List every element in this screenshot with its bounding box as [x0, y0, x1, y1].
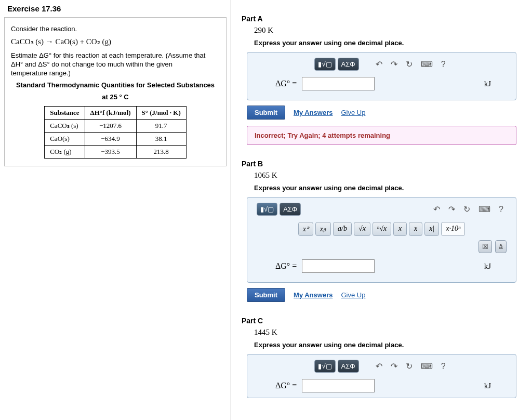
- prompt-assume-1: Estimate ΔG° for this reaction at each t…: [11, 51, 220, 59]
- part-b-instructions: Express your answer using one decimal pl…: [254, 184, 527, 192]
- part-c-instructions: Express your answer using one decimal pl…: [254, 341, 527, 349]
- table-row: CO₂ (g) −393.5 213.8: [45, 146, 187, 159]
- part-a-feedback: Incorrect; Try Again; 4 attempts remaini…: [247, 126, 516, 145]
- part-c-title: Part C: [242, 317, 527, 325]
- prompt-assume-2: ΔH° and ΔS° do not change too much withi…: [11, 60, 220, 68]
- keyboard-icon[interactable]: ⌨: [418, 360, 436, 372]
- col-dhf: ΔH°f (kJ/mol): [85, 107, 136, 120]
- thermo-heading-1: Standard Thermodynamic Quantities for Se…: [11, 81, 220, 89]
- prompt-assume-3: temperature range.): [11, 69, 220, 77]
- my-answers-link[interactable]: My Answers: [294, 109, 332, 116]
- redo-icon[interactable]: ↷: [388, 360, 401, 372]
- dg-label: ΔG° =: [275, 381, 297, 390]
- sym-super[interactable]: xᵃ: [298, 222, 313, 236]
- sym-sci[interactable]: x·10ⁿ: [441, 222, 465, 236]
- answer-panel: Part A 290 K Express your answer using o…: [231, 0, 532, 420]
- unit-label: kJ: [484, 80, 491, 88]
- templates-icon[interactable]: ▮√▢: [257, 203, 277, 216]
- keyboard-icon[interactable]: ⌨: [418, 58, 436, 70]
- greek-icon[interactable]: ΑΣΦ: [338, 360, 359, 373]
- thermo-table: Substance ΔH°f (kJ/mol) S° (J/mol · K) C…: [44, 106, 187, 159]
- help-icon[interactable]: ?: [496, 204, 507, 215]
- sym-nroot[interactable]: ⁿ√x: [373, 222, 391, 236]
- sym-hat[interactable]: x: [409, 222, 422, 236]
- sym-vec[interactable]: x: [393, 222, 407, 236]
- table-row: CaCO₃ (s) −1207.6 91.7: [45, 120, 187, 133]
- give-up-link[interactable]: Give Up: [341, 291, 365, 299]
- keyboard-icon[interactable]: ⌨: [475, 203, 494, 215]
- help-icon[interactable]: ?: [438, 361, 449, 372]
- prompt-box: Consider the reaction. CaCO₃ (s) → CaO(s…: [4, 17, 227, 166]
- help-icon[interactable]: ?: [438, 59, 449, 70]
- part-c-answer-input[interactable]: [302, 379, 375, 392]
- close-pad-icon[interactable]: ☒: [478, 240, 492, 253]
- part-a-temp: 290 K: [254, 26, 527, 35]
- reset-icon[interactable]: ↻: [403, 58, 416, 70]
- my-answers-link[interactable]: My Answers: [294, 291, 332, 299]
- part-b-toolbar-main: ▮√▢ ΑΣΦ ↶ ↷ ↻ ⌨ ?: [257, 203, 507, 216]
- reset-icon[interactable]: ↻: [403, 360, 416, 372]
- sym-sub[interactable]: xᵦ: [315, 222, 331, 236]
- col-s0: S° (J/mol · K): [136, 107, 186, 120]
- reset-icon[interactable]: ↻: [460, 203, 473, 215]
- give-up-link[interactable]: Give Up: [341, 109, 365, 116]
- problem-panel: Exercise 17.36 Consider the reaction. Ca…: [0, 0, 231, 420]
- dg-label: ΔG° =: [275, 79, 297, 88]
- greek-icon[interactable]: ΑΣΦ: [280, 203, 301, 216]
- part-a-answer-input[interactable]: [302, 77, 375, 90]
- part-b-toolbar-aux: ☒ â: [257, 240, 507, 253]
- redo-icon[interactable]: ↷: [445, 203, 458, 215]
- col-substance: Substance: [45, 107, 85, 120]
- submit-button[interactable]: Submit: [247, 106, 285, 120]
- part-a-answer-box: ▮√▢ ΑΣΦ ↶ ↷ ↻ ⌨ ? ΔG° = kJ: [247, 52, 516, 100]
- sym-frac[interactable]: a/b: [333, 222, 352, 236]
- greek-icon[interactable]: ΑΣΦ: [338, 58, 359, 71]
- undo-icon[interactable]: ↶: [373, 360, 385, 372]
- char-pad-icon[interactable]: â: [495, 240, 507, 253]
- templates-icon[interactable]: ▮√▢: [314, 58, 335, 71]
- sym-abs[interactable]: x|: [424, 222, 439, 236]
- unit-label: kJ: [484, 262, 491, 271]
- thermo-heading-2: at 25 ° C: [11, 93, 220, 101]
- redo-icon[interactable]: ↷: [388, 58, 401, 70]
- sym-sqrt[interactable]: √x: [354, 222, 370, 236]
- reaction-equation: CaCO₃ (s) → CaO(s) + CO₂ (g): [11, 37, 220, 46]
- part-a-toolbar: ▮√▢ ΑΣΦ ↶ ↷ ↻ ⌨ ?: [257, 58, 507, 71]
- dg-label: ΔG° =: [275, 261, 297, 271]
- undo-icon[interactable]: ↶: [373, 58, 385, 70]
- part-b-title: Part B: [242, 160, 527, 168]
- part-a-title: Part A: [242, 15, 527, 23]
- part-b-button-row: Submit My Answers Give Up: [247, 288, 527, 302]
- part-b-temp: 1065 K: [254, 171, 527, 180]
- part-c-temp: 1445 K: [254, 328, 527, 337]
- exercise-title: Exercise 17.36: [7, 4, 227, 13]
- part-c-toolbar: ▮√▢ ΑΣΦ ↶ ↷ ↻ ⌨ ?: [257, 360, 507, 373]
- unit-label: kJ: [484, 382, 491, 390]
- prompt-line-1: Consider the reaction.: [11, 25, 220, 33]
- part-a-button-row: Submit My Answers Give Up: [247, 106, 527, 120]
- templates-icon[interactable]: ▮√▢: [314, 360, 335, 373]
- part-c-answer-box: ▮√▢ ΑΣΦ ↶ ↷ ↻ ⌨ ? ΔG° = kJ: [247, 354, 516, 398]
- undo-icon[interactable]: ↶: [430, 203, 443, 215]
- part-b-answer-input[interactable]: [302, 259, 375, 273]
- part-a-instructions: Express your answer using one decimal pl…: [254, 39, 527, 47]
- part-b-symbol-row: xᵃ xᵦ a/b √x ⁿ√x x x x| x·10ⁿ: [257, 222, 507, 236]
- part-b-answer-box: ▮√▢ ΑΣΦ ↶ ↷ ↻ ⌨ ? xᵃ xᵦ a/b √x ⁿ√x x x x…: [247, 197, 516, 283]
- submit-button[interactable]: Submit: [247, 288, 285, 302]
- table-row: CaO(s) −634.9 38.1: [45, 133, 187, 146]
